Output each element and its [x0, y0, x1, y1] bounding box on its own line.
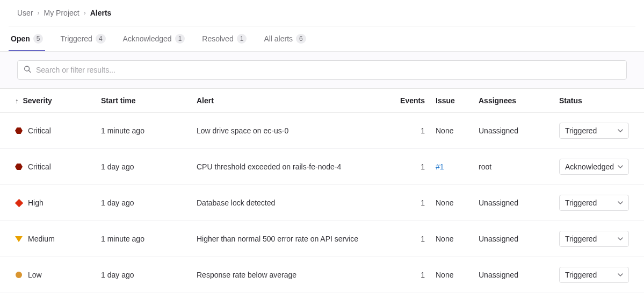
assignees-cell: Unassigned	[479, 198, 559, 207]
table-row: Low1 day agoResponse rate below average1…	[0, 257, 644, 293]
issue-cell: None	[436, 126, 479, 135]
tab-label: Open	[11, 34, 30, 43]
tabs-container: Open 5 Triggered 4 Acknowledged 1 Resolv…	[0, 26, 644, 52]
tab-resolved[interactable]: Resolved 1	[200, 26, 249, 51]
tab-acknowledged[interactable]: Acknowledged 1	[121, 26, 187, 51]
breadcrumb-current: Alerts	[90, 9, 112, 17]
status-select[interactable]: Triggered	[559, 123, 629, 139]
svg-line-1	[29, 70, 31, 72]
severity-cell: Critical	[15, 126, 101, 135]
col-severity[interactable]: ↑ Severity	[15, 96, 101, 105]
col-issue[interactable]: Issue	[436, 96, 479, 105]
assignees-cell: Unassigned	[479, 126, 559, 135]
chevron-down-icon	[618, 126, 623, 135]
start-time-cell: 1 minute ago	[101, 126, 197, 135]
events-cell: 1	[395, 198, 436, 207]
tab-label: All alerts	[264, 34, 293, 43]
severity-cell: Low	[15, 271, 101, 279]
issue-cell: None	[436, 271, 479, 279]
table-row: High1 day agoDatabase lock detected1None…	[0, 185, 644, 221]
severity-label: Medium	[28, 235, 55, 243]
tab-all-alerts[interactable]: All alerts 6	[262, 26, 308, 51]
severity-label: Critical	[28, 162, 51, 171]
tab-count-badge: 6	[296, 34, 306, 44]
start-time-cell: 1 day ago	[101, 162, 197, 171]
events-cell: 1	[395, 271, 436, 279]
tab-count-badge: 4	[96, 34, 106, 44]
assignees-cell: root	[479, 162, 559, 171]
start-time-cell: 1 day ago	[101, 198, 197, 207]
status-select[interactable]: Triggered	[559, 231, 629, 247]
alert-cell[interactable]: Response rate below average	[197, 271, 395, 279]
alert-cell[interactable]: Database lock detected	[197, 198, 395, 207]
breadcrumb-user[interactable]: User	[17, 9, 33, 17]
col-start-time[interactable]: Start time	[101, 96, 197, 105]
start-time-cell: 1 minute ago	[101, 235, 197, 243]
tab-label: Resolved	[202, 34, 233, 43]
col-events[interactable]: Events	[395, 96, 436, 105]
alert-cell[interactable]: Low drive space on ec-us-0	[197, 126, 395, 135]
tab-triggered[interactable]: Triggered 4	[58, 26, 107, 51]
chevron-down-icon	[618, 271, 623, 279]
breadcrumb-project[interactable]: My Project	[44, 9, 79, 17]
tab-count-badge: 1	[175, 34, 185, 44]
severity-medium-icon	[15, 236, 23, 242]
severity-critical-icon	[15, 164, 23, 170]
status-select[interactable]: Triggered	[559, 195, 629, 211]
assignees-cell: Unassigned	[479, 271, 559, 279]
table-row: Critical1 day agoCPU threshold exceeded …	[0, 149, 644, 185]
alert-cell[interactable]: Higher than normal 500 error rate on API…	[197, 235, 395, 243]
status-value: Triggered	[565, 198, 597, 207]
issue-cell: None	[436, 198, 479, 207]
search-input[interactable]	[17, 60, 627, 80]
chevron-down-icon	[618, 162, 623, 171]
status-value: Acknowledged	[565, 162, 614, 171]
search-icon	[24, 66, 31, 75]
severity-label: Critical	[28, 126, 51, 135]
events-cell: 1	[395, 126, 436, 135]
severity-low-icon	[16, 272, 22, 278]
table-row: Critical1 minute agoLow drive space on e…	[0, 113, 644, 149]
severity-label: Low	[28, 271, 42, 279]
chevron-right-icon: ›	[38, 9, 40, 17]
severity-label: High	[28, 198, 44, 207]
start-time-cell: 1 day ago	[101, 271, 197, 279]
severity-cell: High	[15, 198, 101, 207]
tab-count-badge: 1	[237, 34, 247, 44]
status-select[interactable]: Triggered	[559, 267, 629, 283]
severity-high-icon	[15, 198, 23, 207]
col-alert[interactable]: Alert	[197, 96, 395, 105]
alert-cell[interactable]: CPU threshold exceeded on rails-fe-node-…	[197, 162, 395, 171]
table-header: ↑ Severity Start time Alert Events Issue…	[0, 89, 644, 113]
status-value: Triggered	[565, 235, 597, 243]
search-bar-container	[0, 52, 644, 89]
sort-ascending-icon: ↑	[15, 97, 19, 105]
severity-cell: Medium	[15, 235, 101, 243]
events-cell: 1	[395, 162, 436, 171]
chevron-right-icon: ›	[84, 9, 86, 17]
events-cell: 1	[395, 235, 436, 243]
severity-cell: Critical	[15, 162, 101, 171]
chevron-down-icon	[618, 198, 623, 207]
severity-critical-icon	[15, 127, 23, 134]
issue-cell[interactable]: #1	[436, 162, 479, 171]
status-value: Triggered	[565, 126, 597, 135]
tab-label: Acknowledged	[123, 34, 172, 43]
chevron-down-icon	[618, 235, 623, 243]
status-select[interactable]: Acknowledged	[559, 159, 629, 175]
tab-count-badge: 5	[33, 34, 44, 44]
tab-open[interactable]: Open 5	[9, 26, 45, 51]
table-row: Medium1 minute agoHigher than normal 500…	[0, 221, 644, 257]
tab-label: Triggered	[60, 34, 92, 43]
assignees-cell: Unassigned	[479, 235, 559, 243]
status-value: Triggered	[565, 271, 597, 279]
issue-cell: None	[436, 235, 479, 243]
col-assignees[interactable]: Assignees	[479, 96, 559, 105]
col-status[interactable]: Status	[559, 96, 634, 105]
breadcrumb: User › My Project › Alerts	[9, 0, 635, 26]
